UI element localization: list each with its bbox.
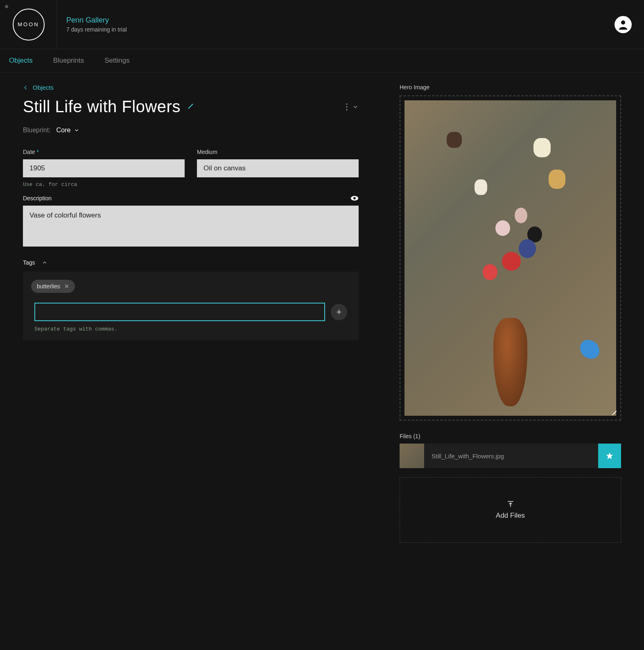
tags-panel: butterlies ✕ + Separate tags with commas…: [23, 272, 359, 340]
blueprint-value: Core: [56, 127, 71, 134]
svg-point-1: [346, 103, 348, 104]
title-row: Still Life with Flowers: [23, 97, 359, 116]
tag-hint: Separate tags with commas.: [31, 326, 350, 332]
medium-field: Medium: [197, 149, 359, 188]
files-label: Files (1): [400, 433, 621, 439]
description-label: Description: [23, 195, 52, 202]
hero-image-label: Hero Image: [400, 84, 621, 91]
date-hint: Use ca. for circa: [23, 181, 185, 188]
blueprint-row: Blueprint: Core: [23, 127, 359, 134]
tag-add-button[interactable]: +: [331, 304, 347, 320]
tag-chip-label: butterlies: [37, 283, 60, 290]
hero-edit-button[interactable]: [611, 410, 618, 417]
file-name: Still_Life_with_Flowers.jpg: [424, 453, 598, 460]
avatar-icon: [617, 18, 629, 31]
header-info: Penn Gallery 7 days remaining in trial: [57, 16, 615, 33]
file-row[interactable]: Still_Life_with_Flowers.jpg: [400, 444, 621, 468]
hero-image[interactable]: [404, 100, 616, 416]
painting-placeholder: [404, 100, 616, 416]
svg-point-0: [621, 20, 625, 25]
date-field: Date * Use ca. for circa: [23, 149, 185, 188]
pencil-icon: [611, 410, 618, 416]
chevron-up-icon: [42, 260, 47, 265]
add-files-dropzone[interactable]: Add Files: [400, 477, 621, 543]
edit-title-button[interactable]: [187, 102, 194, 111]
tag-input[interactable]: [34, 303, 325, 321]
svg-point-3: [346, 109, 348, 110]
required-asterisk: *: [37, 149, 39, 155]
breadcrumb-label: Objects: [33, 84, 54, 91]
form-row-1: Date * Use ca. for circa Medium: [23, 149, 359, 188]
more-vertical-icon[interactable]: [346, 103, 348, 111]
add-files-label: Add Files: [496, 512, 525, 520]
logo-text: MOON: [18, 21, 39, 27]
date-label: Date: [23, 149, 35, 155]
user-avatar[interactable]: [615, 16, 632, 33]
page-title: Still Life with Flowers: [23, 97, 181, 116]
file-star-button[interactable]: [598, 444, 621, 468]
nav-blueprints[interactable]: Blueprints: [53, 57, 84, 65]
eye-icon[interactable]: [350, 195, 359, 201]
star-icon: [606, 452, 614, 460]
upload-icon: [506, 500, 515, 508]
tag-input-row: +: [31, 303, 350, 321]
blueprint-label: Blueprint:: [23, 127, 51, 134]
logo-container: MOON: [0, 0, 57, 49]
pencil-icon: [187, 102, 194, 110]
nav-objects[interactable]: Objects: [9, 57, 33, 65]
svg-point-5: [353, 197, 356, 199]
svg-point-2: [346, 106, 348, 107]
hero-image-box: [400, 95, 621, 421]
right-column: Hero Image Files (1) Still_Life_with_Flo…: [400, 84, 621, 543]
tag-chip: butterlies ✕: [31, 280, 75, 293]
arrow-left-icon: [23, 85, 29, 91]
trial-remaining-text: 7 days remaining in trial: [66, 26, 615, 33]
app-header: MOON Penn Gallery 7 days remaining in tr…: [0, 0, 644, 49]
file-thumbnail: [400, 444, 424, 468]
tags-label: Tags: [23, 259, 35, 266]
date-input[interactable]: [23, 159, 185, 177]
gallery-name-link[interactable]: Penn Gallery: [66, 16, 615, 25]
tags-toggle[interactable]: Tags: [23, 259, 359, 266]
breadcrumb-back[interactable]: Objects: [23, 84, 359, 91]
title-actions: [346, 103, 359, 111]
main-nav: Objects Blueprints Settings: [0, 49, 644, 72]
plus-icon: +: [337, 307, 342, 317]
status-dot-icon: [5, 5, 8, 8]
moon-logo[interactable]: MOON: [13, 9, 45, 41]
blueprint-select[interactable]: Core: [56, 127, 80, 134]
medium-label: Medium: [197, 149, 217, 155]
chevron-down-icon[interactable]: [352, 104, 359, 110]
tag-remove-button[interactable]: ✕: [64, 283, 69, 290]
left-column: Objects Still Life with Flowers Blueprin…: [23, 84, 359, 543]
description-textarea[interactable]: [23, 206, 359, 247]
content-area: Objects Still Life with Flowers Blueprin…: [0, 72, 644, 554]
description-header: Description: [23, 195, 359, 202]
chevron-down-icon: [74, 127, 79, 133]
medium-input[interactable]: [197, 159, 359, 177]
nav-settings[interactable]: Settings: [104, 57, 129, 65]
